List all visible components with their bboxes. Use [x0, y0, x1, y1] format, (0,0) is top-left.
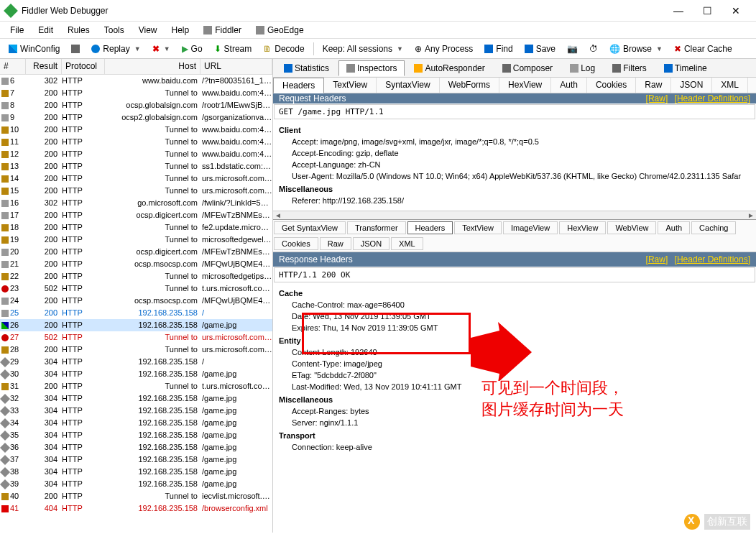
tab-filters[interactable]: Filters — [604, 60, 655, 76]
menu-file[interactable]: File — [3, 24, 31, 37]
minimize-button[interactable]: — — [664, 1, 693, 21]
session-row[interactable]: 38304HTTP192.168.235.158/game.jpg — [0, 466, 272, 478]
remove-button[interactable]: ✖▼ — [148, 42, 175, 55]
session-row[interactable]: 6302HTTPwww.baidu.com/?tn=80035161_1_dg — [0, 75, 272, 87]
session-row[interactable]: 34304HTTP192.168.235.158/game.jpg — [0, 417, 272, 429]
response-definitions-link[interactable]: [Header Definitions] — [675, 254, 750, 264]
menu-view[interactable]: View — [132, 24, 165, 37]
session-row[interactable]: 11200HTTPTunnel towww.baidu.com:443 — [0, 136, 272, 148]
go-button[interactable]: ▶Go — [178, 42, 207, 55]
request-subtab-webforms[interactable]: WebForms — [440, 78, 499, 93]
replay-button[interactable]: Replay▼ — [87, 42, 144, 55]
menu-help[interactable]: Help — [165, 24, 197, 37]
find-button[interactable]: Find — [480, 42, 517, 55]
menu-geoedge[interactable]: GeoEdge — [249, 24, 311, 37]
tab-statistics[interactable]: Statistics — [276, 60, 337, 76]
header-line[interactable]: Expires: Thu, 14 Nov 2019 11:39:05 GMT — [279, 322, 750, 333]
response-subtab-raw[interactable]: Raw — [320, 237, 351, 250]
screenshot-button[interactable]: 📷 — [563, 42, 582, 55]
response-subtab-caching[interactable]: Caching — [691, 221, 736, 234]
stream-button[interactable]: ⬇Stream — [210, 42, 257, 55]
request-subtab-xml[interactable]: XML — [712, 78, 748, 93]
tab-log[interactable]: Log — [562, 60, 603, 76]
session-row[interactable]: 29304HTTP192.168.235.158/ — [0, 356, 272, 368]
response-headers-tree[interactable]: CacheCache-Control: max-age=86400Date: W… — [273, 283, 756, 456]
header-line[interactable]: Accept-Ranges: bytes — [279, 405, 750, 417]
request-subtab-cookies[interactable]: Cookies — [587, 78, 636, 93]
header-line[interactable]: Accept-Language: zh-CN — [279, 159, 750, 170]
request-definitions-link[interactable]: [Header Definitions] — [675, 93, 750, 103]
keep-sessions-dropdown[interactable]: Keep: All sessions▼ — [318, 42, 407, 55]
col-result[interactable]: Result — [26, 59, 62, 74]
session-row[interactable]: 16302HTTPgo.microsoft.com/fwlink/?LinkId… — [0, 197, 272, 209]
header-line[interactable]: Last-Modified: Wed, 13 Nov 2019 10:41:11… — [279, 381, 750, 392]
session-row[interactable]: 25200HTTP192.168.235.158/ — [0, 307, 272, 319]
session-row[interactable]: 13200HTTPTunnel toss1.bdstatic.com:443 — [0, 160, 272, 172]
request-subtab-json[interactable]: JSON — [671, 78, 712, 93]
session-row[interactable]: 9200HTTPocsp2.globalsign.com/gsorganizat… — [0, 111, 272, 124]
session-row[interactable]: 7200HTTPTunnel towww.baidu.com:443 — [0, 87, 272, 99]
session-row[interactable]: 17200HTTPocsp.digicert.com/MFEwTzBNMEswS… — [0, 209, 272, 221]
header-line[interactable]: Server: nginx/1.1.1 — [279, 417, 750, 428]
request-subtab-auth[interactable]: Auth — [551, 78, 587, 93]
session-row[interactable]: 31200HTTPTunnel tot.urs.microsoft.com:4 — [0, 380, 272, 392]
header-line[interactable]: Accept: image/png, image/svg+xml, image/… — [279, 136, 750, 147]
request-subtab-syntaxview[interactable]: SyntaxView — [377, 78, 439, 93]
session-row[interactable]: 8200HTTPocsp.globalsign.com/rootr1/MEwwS… — [0, 99, 272, 111]
session-row[interactable]: 36304HTTP192.168.235.158/game.jpg — [0, 441, 272, 454]
request-subtab-headers[interactable]: Headers — [273, 78, 324, 93]
any-process-button[interactable]: ⊕Any Process — [410, 42, 477, 55]
header-line[interactable]: Content-Type: image/jpeg — [279, 358, 750, 369]
session-row[interactable]: 37304HTTP192.168.235.158/game.jpg — [0, 454, 272, 466]
header-line[interactable]: Date: Wed, 13 Nov 2019 11:39:05 GMT — [279, 310, 750, 322]
comment-button[interactable] — [67, 43, 84, 55]
session-row[interactable]: 14200HTTPTunnel tours.microsoft.com:443 — [0, 172, 272, 185]
tab-composer[interactable]: Composer — [494, 60, 561, 76]
session-row[interactable]: 40200HTTPTunnel toiecvlist.microsoft.com — [0, 490, 272, 502]
response-subtab-hexview[interactable]: HexView — [559, 221, 606, 234]
request-raw-link[interactable]: [Raw] — [646, 93, 668, 103]
close-button[interactable]: ✕ — [722, 1, 750, 21]
session-row[interactable]: 27502HTTPTunnel tours.microsoft.com:443 — [0, 331, 272, 344]
response-subtab-get-syntaxview[interactable]: Get SyntaxView — [274, 221, 346, 234]
response-subtab-headers[interactable]: Headers — [407, 221, 453, 234]
session-row[interactable]: 12200HTTPTunnel towww.baidu.com:443 — [0, 148, 272, 160]
session-row[interactable]: 18200HTTPTunnel tofe2.update.microsoft. — [0, 221, 272, 234]
response-subtab-xml[interactable]: XML — [391, 237, 423, 250]
decode-button[interactable]: 🗎Decode — [259, 42, 308, 55]
session-row[interactable]: 21200HTTPocsp.msocsp.com/MFQwUjBQME4wTDA — [0, 258, 272, 270]
session-row[interactable]: 39304HTTP192.168.235.158/game.jpg — [0, 478, 272, 490]
response-subtab-auth[interactable]: Auth — [658, 221, 690, 234]
tab-autoresponder[interactable]: AutoResponder — [406, 60, 492, 76]
session-row[interactable]: 20200HTTPocsp.digicert.com/MFEwTzBNMEswS… — [0, 246, 272, 258]
menu-rules[interactable]: Rules — [60, 24, 97, 37]
session-row[interactable]: 22200HTTPTunnel tomicrosoftedgetips.mic — [0, 270, 272, 282]
request-line[interactable]: GET /game.jpg HTTP/1.1 — [274, 104, 755, 119]
browse-button[interactable]: 🌐Browse▼ — [605, 42, 667, 55]
col-url[interactable]: URL — [200, 59, 272, 74]
menu-fiddler[interactable]: Fiddler — [196, 24, 249, 37]
request-headers-tree[interactable]: ClientAccept: image/png, image/svg+xml, … — [273, 120, 756, 211]
response-subtab-cookies[interactable]: Cookies — [274, 237, 318, 250]
session-row[interactable]: 19200HTTPTunnel tomicrosoftedgewelcome — [0, 234, 272, 246]
menu-tools[interactable]: Tools — [97, 24, 132, 37]
session-row[interactable]: 10200HTTPTunnel towww.baidu.com:443 — [0, 124, 272, 136]
clear-cache-button[interactable]: ✖Clear Cache — [670, 42, 737, 55]
col-number[interactable]: # — [0, 59, 26, 74]
col-host[interactable]: Host — [105, 59, 200, 74]
menu-edit[interactable]: Edit — [31, 24, 60, 37]
request-subtab-hexview[interactable]: HexView — [499, 78, 551, 93]
request-subtab-textview[interactable]: TextView — [324, 78, 377, 93]
session-row[interactable]: 35304HTTP192.168.235.158/game.jpg — [0, 429, 272, 441]
response-subtab-imageview[interactable]: ImageView — [503, 221, 558, 234]
maximize-button[interactable]: ☐ — [693, 1, 722, 21]
save-button[interactable]: Save — [520, 42, 560, 55]
header-line[interactable]: Content-Length: 192640 — [279, 346, 750, 358]
header-line[interactable]: Cache-Control: max-age=86400 — [279, 299, 750, 310]
horizontal-scrollbar[interactable] — [273, 211, 756, 219]
response-subtab-json[interactable]: JSON — [353, 237, 389, 250]
response-subtab-webview[interactable]: WebView — [607, 221, 656, 234]
response-subtab-textview[interactable]: TextView — [454, 221, 502, 234]
tab-inspectors[interactable]: Inspectors — [338, 60, 405, 76]
session-row[interactable]: 26200HTTP192.168.235.158/game.jpg — [0, 319, 272, 331]
